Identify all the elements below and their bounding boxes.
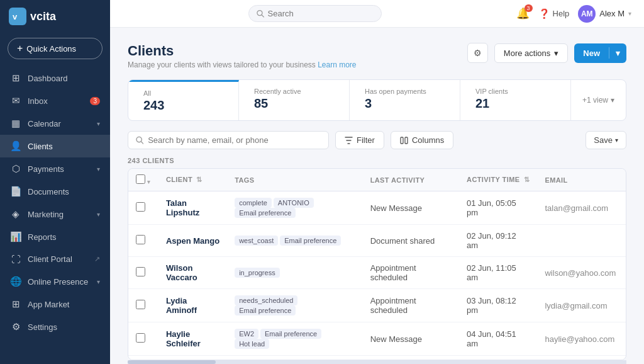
table-row: Wilson Vaccaroin_progressAppointment sch… — [128, 257, 626, 289]
tag[interactable]: complete — [235, 198, 272, 208]
tag[interactable]: Email preference — [235, 305, 296, 316]
global-search-box[interactable] — [248, 5, 382, 22]
page-content: Clients Manage your clients with views t… — [110, 28, 644, 364]
tag[interactable]: west_coast — [235, 236, 278, 246]
sidebar-item-label: Documents — [28, 187, 69, 196]
last-activity — [363, 356, 459, 361]
client-search-input[interactable] — [148, 135, 321, 145]
sidebar-item-app-market[interactable]: ⊞ App Market — [0, 293, 110, 316]
quick-actions-button[interactable]: + Quick Actions — [8, 38, 103, 59]
row-checkbox[interactable] — [136, 300, 145, 309]
sort-icon: ⇅ — [196, 176, 202, 183]
chevron-down-icon: ▾ — [97, 211, 100, 218]
horizontal-scrollbar[interactable] — [128, 360, 626, 364]
sidebar-item-calendar[interactable]: ▦ Calendar ▾ — [0, 112, 110, 135]
sidebar-item-clients[interactable]: 👤 Clients — [0, 135, 110, 157]
page-header: Clients Manage your clients with views t… — [128, 43, 626, 69]
sidebar-item-inbox[interactable]: ✉ Inbox 3 — [0, 89, 110, 112]
stat-recently-active[interactable]: Recently active 85 — [239, 80, 350, 120]
search-input[interactable] — [268, 9, 374, 18]
sidebar-item-payments[interactable]: ⬡ Payments ▾ — [0, 157, 110, 180]
more-actions-button[interactable]: More actions ▾ — [494, 43, 568, 63]
sidebar-item-client-portal[interactable]: ⛶ Client Portal ↗ — [0, 248, 110, 270]
filter-icon — [345, 137, 353, 144]
tag[interactable]: ANTONIO — [274, 198, 314, 208]
help-button[interactable]: ❓ Help — [538, 8, 570, 20]
stat-all[interactable]: All 243 — [128, 80, 239, 120]
online-presence-icon: 🌐 — [10, 276, 21, 287]
tag[interactable]: Email preference — [260, 329, 321, 339]
settings-button[interactable]: ⚙ — [467, 43, 488, 63]
inbox-icon: ✉ — [10, 95, 21, 106]
save-button[interactable]: Save ▾ — [586, 131, 626, 149]
client-name[interactable]: Wilson Vaccaro — [166, 263, 197, 282]
stat-vip[interactable]: VIP clients 21 — [460, 80, 571, 120]
client-email: wilson@yahoo.com — [537, 257, 626, 289]
sidebar-item-label: Marketing — [28, 210, 64, 219]
row-checkbox[interactable] — [136, 267, 145, 276]
columns-button[interactable]: Columns — [391, 131, 453, 149]
notifications-button[interactable]: 🔔 3 — [516, 7, 530, 20]
row-checkbox[interactable] — [136, 235, 145, 244]
columns-icon — [400, 137, 408, 144]
stat-extra-views[interactable]: +1 view ▾ — [571, 80, 626, 120]
sort-icon: ▾ — [147, 179, 150, 185]
sidebar-item-online-presence[interactable]: 🌐 Online Presence ▾ — [0, 270, 110, 293]
external-link-icon: ↗ — [94, 255, 100, 263]
col-header-client[interactable]: CLIENT ⇅ — [158, 169, 227, 191]
tag[interactable]: Email preference — [280, 236, 341, 246]
avatar: AM — [578, 5, 596, 23]
user-menu-button[interactable]: AM Alex M ▾ — [578, 5, 631, 23]
client-email: kaylynn@gmail.com — [537, 356, 626, 361]
topbar: 🔔 3 ❓ Help AM Alex M ▾ — [110, 0, 644, 28]
row-checkbox[interactable] — [136, 202, 145, 212]
sidebar: v vcita + Quick Actions ⊞ Dashboard ✉ In… — [0, 0, 110, 364]
sidebar-item-label: Client Portal — [28, 254, 72, 264]
tag[interactable]: EW2 — [235, 329, 258, 339]
select-all-checkbox[interactable] — [136, 174, 145, 184]
stat-open-payments[interactable]: Has open payments 3 — [350, 80, 460, 120]
scrollbar-thumb[interactable] — [128, 360, 216, 364]
sidebar-item-settings[interactable]: ⚙ Settings — [0, 316, 110, 338]
tag[interactable]: needs_scheduled — [235, 295, 297, 305]
last-activity: New Message — [363, 322, 459, 356]
client-search-box[interactable] — [128, 131, 329, 149]
sidebar-nav: ⊞ Dashboard ✉ Inbox 3 ▦ Calendar ▾ 👤 Cli… — [0, 64, 110, 364]
col-header-activity-time[interactable]: ACTIVITY TIME ⇅ — [459, 169, 537, 191]
logo-text: vcita — [30, 10, 56, 23]
chevron-down-icon: ▾ — [628, 10, 631, 17]
client-name[interactable]: Talan Lipshutz — [166, 198, 199, 217]
search-icon — [257, 9, 264, 18]
stats-bar: All 243 Recently active 85 Has open paym… — [128, 79, 626, 121]
client-name[interactable]: Haylie Schleifer — [166, 329, 201, 348]
learn-more-link[interactable]: Learn more — [318, 60, 356, 69]
new-dropdown-arrow[interactable]: ▾ — [609, 43, 626, 63]
sidebar-item-label: Settings — [28, 322, 57, 332]
col-header-tags: TAGS — [227, 169, 362, 191]
client-portal-icon: ⛶ — [10, 254, 21, 264]
page-title-area: Clients Manage your clients with views t… — [128, 43, 357, 69]
table-toolbar: Filter Columns Save ▾ — [128, 131, 626, 149]
tag[interactable]: in_progress — [235, 268, 279, 278]
new-button[interactable]: New ▾ — [574, 43, 626, 63]
chevron-down-icon: ▾ — [611, 96, 614, 105]
calendar-icon: ▦ — [10, 118, 21, 129]
sidebar-item-documents[interactable]: 📄 Documents — [0, 180, 110, 203]
svg-point-1 — [257, 11, 262, 16]
table-row: Aspen Mangowest_coastEmail preferenceDoc… — [128, 225, 626, 257]
filter-button[interactable]: Filter — [335, 131, 384, 149]
tag[interactable]: Email preference — [235, 208, 296, 218]
sidebar-item-dashboard[interactable]: ⊞ Dashboard — [0, 67, 110, 89]
chevron-down-icon: ▾ — [554, 48, 558, 58]
sidebar-item-label: Payments — [28, 164, 64, 174]
last-activity: Document shared — [363, 225, 459, 257]
client-name[interactable]: Aspen Mango — [166, 236, 219, 246]
stat-label: Recently active — [254, 88, 334, 95]
sidebar-item-marketing[interactable]: ◈ Marketing ▾ — [0, 203, 110, 225]
sidebar-item-reports[interactable]: 📊 Reports — [0, 225, 110, 248]
row-checkbox[interactable] — [136, 333, 145, 343]
client-name[interactable]: Lydia Aminoff — [166, 296, 197, 315]
tag[interactable]: Hot lead — [235, 339, 269, 349]
dashboard-icon: ⊞ — [10, 72, 21, 84]
plus-icon: + — [17, 43, 23, 54]
